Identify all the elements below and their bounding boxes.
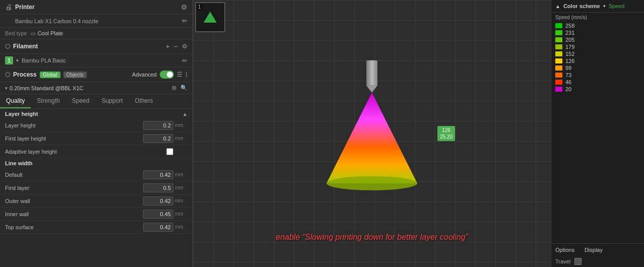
setting-row-adaptive-layer: Adaptive layer height	[0, 145, 192, 158]
chevron-down-scheme-icon[interactable]: ▾	[603, 4, 606, 9]
profile-icons: ⊞ 🔍	[172, 85, 187, 91]
chevron-icon: ▾	[16, 58, 19, 63]
filament-add-icon[interactable]: +	[166, 42, 170, 50]
process-section: ⬡ Process Global Objects Advanced ☰ ⁞	[0, 68, 192, 82]
collapse-arrow-layer[interactable]: ▲	[182, 111, 187, 117]
line-width-section-title: Line width	[5, 160, 32, 166]
speed-item-99: 99	[555, 64, 640, 72]
outer-wall-label: Outer wall	[5, 198, 143, 204]
display-button[interactable]: Display	[585, 247, 603, 253]
process-more-icon[interactable]: ⁞	[185, 71, 187, 79]
color-scheme-value: Speed	[609, 3, 625, 9]
first-layer-height-unit: mm	[173, 136, 187, 141]
first-layer-width-input[interactable]	[143, 183, 173, 192]
line-width-section-header: Line width	[0, 158, 192, 168]
setting-row-top-surface: Top surface mm	[0, 221, 192, 234]
setting-row-first-layer-width: First layer mm	[0, 181, 192, 194]
travel-label: Travel	[555, 258, 570, 264]
bed-type-icon: ▭	[31, 31, 35, 36]
speed-dot-258	[555, 23, 562, 28]
speed-dot-231	[555, 30, 562, 35]
speed-item-126: 126	[555, 57, 640, 64]
pla-row: 1 ▾ Bambu PLA Basic ✏	[0, 54, 192, 68]
speed-value-152: 152	[565, 51, 574, 57]
speed-item-179: 179	[555, 43, 640, 50]
tab-speed[interactable]: Speed	[66, 94, 96, 108]
pla-edit-icon[interactable]: ✏	[182, 57, 187, 64]
first-layer-width-unit: mm	[173, 185, 187, 190]
svg-point-2	[327, 176, 417, 190]
left-panel: 🖨 Printer ⚙ Bambu Lab X1 Carbon 0.4 nozz…	[0, 0, 193, 267]
extruder-body	[366, 60, 377, 86]
nozzle-edit-icon[interactable]: ✏	[182, 17, 187, 25]
setting-row-inner-wall: Inner wall mm	[0, 208, 192, 221]
inner-wall-input[interactable]	[143, 210, 173, 219]
outer-wall-input[interactable]	[143, 196, 173, 206]
travel-checkbox[interactable]	[574, 258, 582, 265]
printer-section: 🖨 Printer ⚙	[0, 0, 192, 15]
printer-icon: 🖨	[5, 3, 12, 11]
tab-support[interactable]: Support	[95, 94, 128, 108]
speed-value-46: 46	[565, 79, 571, 85]
thumbnail-num: 1	[197, 4, 202, 10]
layer-height-label: Layer height	[5, 122, 143, 128]
default-width-input[interactable]	[143, 170, 173, 179]
process-list-icon[interactable]: ☰	[177, 71, 182, 78]
filament-gear-icon[interactable]: ⚙	[182, 43, 187, 50]
extruder-tip	[366, 86, 377, 93]
scale-indicator: 126 25.20	[437, 126, 455, 141]
filament-section-left: ⬡ Filament	[5, 43, 38, 50]
speed-dot-205	[555, 37, 562, 42]
top-surface-unit: mm	[173, 224, 187, 230]
setting-row-first-layer-height: First layer height mm	[0, 132, 192, 145]
profile-search-icon[interactable]: 🔍	[180, 85, 187, 91]
printer-title: Printer	[15, 4, 35, 11]
profile-name: 0.20mm Standard @BBL X1C	[10, 85, 84, 91]
first-layer-height-label: First layer height	[5, 136, 143, 142]
model-thumbnail[interactable]: 1	[195, 2, 225, 32]
profile-row: ▾ 0.20mm Standard @BBL X1C ⊞ 🔍	[0, 82, 192, 94]
setting-row-default-width: Default mm	[0, 168, 192, 181]
speed-item-152: 152	[555, 50, 640, 57]
printer-gear-icon[interactable]: ⚙	[181, 3, 187, 11]
scale-bottom: 25.20	[440, 134, 453, 140]
process-icon: ⬡	[5, 71, 10, 78]
speed-value-258: 258	[565, 23, 574, 29]
layer-height-unit: mm	[173, 122, 187, 128]
tab-quality[interactable]: Quality	[0, 94, 31, 108]
speed-item-231: 231	[555, 29, 640, 36]
options-button[interactable]: Options	[555, 247, 574, 253]
speed-item-205: 205	[555, 36, 640, 43]
bed-type-row: Bed type ▭ Cool Plate	[0, 28, 192, 39]
profile-save-icon[interactable]: ⊞	[172, 85, 176, 91]
process-icons: ☰ ⁞	[177, 71, 187, 79]
tab-others[interactable]: Others	[128, 94, 159, 108]
layer-height-input[interactable]	[143, 121, 173, 130]
tag-global[interactable]: Global	[40, 72, 60, 78]
layer-height-section-header: Layer height ▲	[0, 109, 192, 119]
nozzle-name: Bambu Lab X1 Carbon 0.4 nozzle	[15, 18, 98, 24]
settings-content: Layer height ▲ Layer height mm First lay…	[0, 109, 192, 267]
outer-wall-unit: mm	[173, 198, 187, 204]
advanced-toggle[interactable]	[160, 71, 174, 79]
tag-objects[interactable]: Objects	[63, 72, 87, 78]
filament-title: Filament	[13, 43, 38, 50]
top-surface-input[interactable]	[143, 223, 173, 232]
inner-wall-label: Inner wall	[5, 211, 143, 217]
filament-remove-icon[interactable]: −	[174, 42, 178, 50]
setting-row-outer-wall: Outer wall mm	[0, 194, 192, 208]
speed-dot-152	[555, 51, 562, 56]
pla-name: Bambu PLA Basic	[22, 57, 66, 63]
settings-tabs: Quality Strength Speed Support Others	[0, 94, 192, 109]
color-scheme-title: Color scheme	[563, 3, 600, 9]
viewport[interactable]: 1	[193, 0, 551, 267]
speed-item-46: 46	[555, 79, 640, 86]
cone-svg	[321, 93, 422, 193]
speed-value-179: 179	[565, 44, 574, 50]
scale-top: 126	[440, 127, 453, 134]
adaptive-layer-checkbox[interactable]	[166, 148, 173, 155]
process-title: Process	[13, 71, 37, 78]
layer-height-section-title: Layer height	[5, 111, 38, 117]
first-layer-height-input[interactable]	[143, 134, 173, 143]
tab-strength[interactable]: Strength	[31, 94, 66, 108]
